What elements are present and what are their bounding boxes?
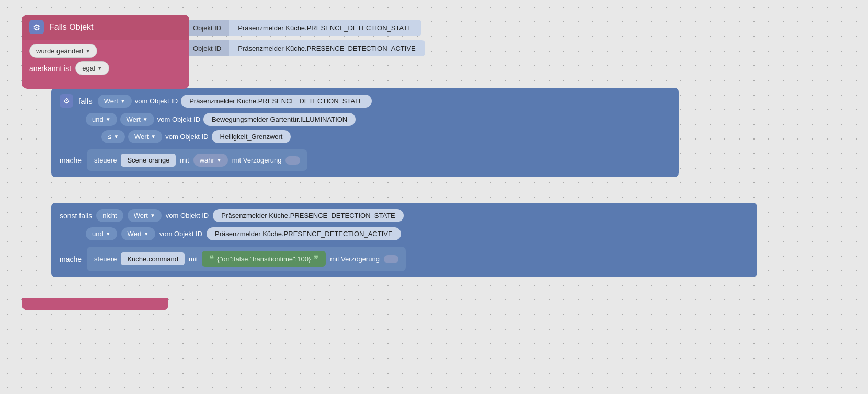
falls-header: ⚙ falls Wert ▼ vom Objekt ID Präsenzmeld… <box>60 94 670 108</box>
wert-label-2: Wert <box>127 115 141 123</box>
chevron-down-icon: ▼ <box>85 48 90 54</box>
close-quote-icon: ❞ <box>314 254 318 264</box>
objekt-value-s2[interactable]: Präsenzmelder Küche.PRESENCE_DETECTION_A… <box>207 227 401 240</box>
objekt-value-pill-3[interactable]: Helligkeit_Grenzwert <box>212 130 291 143</box>
open-quote-icon: ❝ <box>209 254 214 264</box>
mit-label-sonst: mit <box>189 255 198 263</box>
vom-objekt-id-text-2: vom Objekt ID <box>157 115 200 123</box>
wert-label-s1: Wert <box>134 212 148 219</box>
falls-objekt-header: ⚙ Falls Objekt <box>22 15 189 40</box>
nicht-badge: nicht <box>96 209 123 222</box>
gear-icon: ⚙ <box>29 20 44 34</box>
json-value-badge: ❝ {"on":false,"transitiontime":100} ❞ <box>202 251 326 267</box>
leq-label: ≤ <box>108 133 111 141</box>
wert-label-s2: Wert <box>128 230 142 238</box>
wurde-row: wurde geändert ▼ <box>29 44 182 58</box>
verzoegerung-toggle-sonst[interactable] <box>384 255 398 263</box>
egal-dropdown[interactable]: egal ▼ <box>75 61 109 75</box>
wert-dropdown-1[interactable]: Wert ▼ <box>98 95 132 108</box>
objekt-id-row-1: Objekt ID Präsenzmelder Küche.PRESENCE_D… <box>186 20 425 36</box>
und-dropdown-s2[interactable]: und ▼ <box>86 227 117 240</box>
chevron-down-icon: ▼ <box>150 213 155 218</box>
chevron-down-icon: ▼ <box>144 231 149 237</box>
steuere-block-1: steuere Scene orange mit wahr ▼ mit Verz… <box>87 149 307 171</box>
condition-1: Wert ▼ vom Objekt ID Präsenzmelder Küche… <box>98 95 372 108</box>
wert-dropdown-s1[interactable]: Wert ▼ <box>128 209 162 222</box>
wert-dropdown-s2[interactable]: Wert ▼ <box>121 227 155 240</box>
falls-objekt-block: ⚙ Falls Objekt wurde geändert ▼ anerkann… <box>22 15 189 89</box>
chevron-down-icon: ▼ <box>97 65 102 71</box>
kueche-command-pill[interactable]: Küche.command <box>121 252 185 265</box>
objekt-id-row-2: Objekt ID Präsenzmelder Küche.PRESENCE_D… <box>186 40 425 56</box>
chevron-down-icon: ▼ <box>151 134 156 140</box>
pink-footer <box>22 298 168 310</box>
und-label-s2: und <box>92 230 104 238</box>
objekt-id-value-2: Präsenzmelder Küche.PRESENCE_DETECTION_A… <box>229 40 425 56</box>
vom-objekt-id-s1: vom Objekt ID <box>166 212 209 219</box>
falls-objekt-title: Falls Objekt <box>49 22 93 32</box>
objekt-value-s1[interactable]: Präsenzmelder Küche.PRESENCE_DETECTION_S… <box>213 209 404 222</box>
leq-dropdown[interactable]: ≤ ▼ <box>101 130 125 143</box>
sonst-falls-block: sonst falls nicht Wert ▼ vom Objekt ID P… <box>51 203 757 277</box>
mache-row: mache steuere Scene orange mit wahr ▼ mi… <box>60 149 670 171</box>
chevron-down-icon: ▼ <box>216 157 222 163</box>
verzoegerung-toggle-1[interactable] <box>285 156 300 165</box>
wahr-dropdown[interactable]: wahr ▼ <box>193 154 228 167</box>
top-objekt-id-rows: Objekt ID Präsenzmelder Küche.PRESENCE_D… <box>186 20 425 56</box>
mache-label: mache <box>60 156 82 165</box>
vom-objekt-id-s2: vom Objekt ID <box>159 230 202 238</box>
mit-label-1: mit <box>180 156 189 164</box>
wert-dropdown-3[interactable]: Wert ▼ <box>128 130 162 143</box>
json-value-text: {"on":false,"transitiontime":100} <box>217 255 311 263</box>
falls-gear-icon: ⚙ <box>60 94 73 108</box>
steuere-label-sonst: steuere <box>94 255 117 263</box>
wurde-dropdown[interactable]: wurde geändert ▼ <box>29 44 97 58</box>
steuere-label-1: steuere <box>94 156 117 164</box>
wurde-label: wurde geändert <box>36 47 83 55</box>
falls-label: falls <box>78 97 93 106</box>
chevron-down-icon: ▼ <box>106 117 111 122</box>
mit-verzoegerung-label-1: mit Verzögerung <box>232 156 282 164</box>
objekt-id-label-1: Objekt ID <box>186 20 229 36</box>
wert-label-1: Wert <box>104 97 118 105</box>
und-dropdown-1[interactable]: und ▼ <box>86 113 117 126</box>
anerkannt-row: anerkannt ist egal ▼ <box>29 61 182 75</box>
canvas: ⚙ Falls Objekt wurde geändert ▼ anerkann… <box>0 0 868 394</box>
wahr-label: wahr <box>200 156 214 164</box>
scene-orange-pill[interactable]: Scene orange <box>121 154 176 167</box>
chevron-down-icon: ▼ <box>113 134 119 140</box>
objekt-value-pill-2[interactable]: Bewegungsmelder Gartentür.ILLUMINATION <box>203 113 356 126</box>
chevron-down-icon: ▼ <box>106 231 111 237</box>
objekt-value-pill-1[interactable]: Präsenzmelder Küche.PRESENCE_DETECTION_S… <box>181 95 372 108</box>
chevron-down-icon: ▼ <box>120 98 125 104</box>
falls-block: ⚙ falls Wert ▼ vom Objekt ID Präsenzmeld… <box>51 88 679 177</box>
steuere-block-sonst: steuere Küche.command mit ❝ {"on":false,… <box>87 247 406 271</box>
anerkannt-label: anerkannt ist <box>29 64 71 73</box>
condition-2-row: und ▼ Wert ▼ vom Objekt ID Bewegungsmeld… <box>86 113 670 126</box>
wert-dropdown-2[interactable]: Wert ▼ <box>120 113 154 126</box>
condition-3-row: ≤ ▼ Wert ▼ vom Objekt ID Helligkeit_Gren… <box>101 130 670 143</box>
pink-middle-content: wurde geändert ▼ anerkannt ist egal ▼ <box>22 40 189 80</box>
mit-verzoegerung-label-sonst: mit Verzögerung <box>330 255 380 263</box>
sonst-condition-2: und ▼ Wert ▼ vom Objekt ID Präsenzmelder… <box>86 227 749 240</box>
sonst-falls-label: sonst falls <box>60 212 92 220</box>
vom-objekt-id-text-3: vom Objekt ID <box>165 133 208 141</box>
vom-objekt-id-text-1: vom Objekt ID <box>135 97 178 105</box>
egal-label: egal <box>82 64 95 72</box>
chevron-down-icon: ▼ <box>143 117 148 122</box>
und-label-1: und <box>92 115 104 123</box>
objekt-id-label-2: Objekt ID <box>186 40 229 56</box>
objekt-id-value-1: Präsenzmelder Küche.PRESENCE_DETECTION_S… <box>229 20 421 36</box>
wert-label-3: Wert <box>134 133 149 141</box>
sonst-mache-row: mache steuere Küche.command mit ❝ {"on":… <box>60 247 749 271</box>
sonst-header-row: sonst falls nicht Wert ▼ vom Objekt ID P… <box>60 209 749 222</box>
mache-label-sonst: mache <box>60 255 82 263</box>
